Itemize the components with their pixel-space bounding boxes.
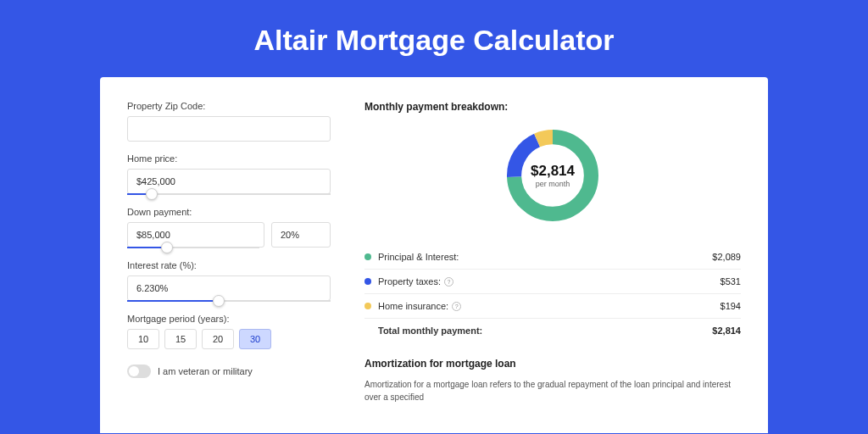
legend-name: Home insurance:? [378,301,721,311]
period-field-group: Mortgage period (years): 10152030 [127,314,331,349]
down-payment-slider-thumb[interactable] [161,242,173,253]
donut-sublabel: per month [531,180,575,188]
veteran-label: I am veteran or military [158,366,253,376]
legend-dot [364,253,371,260]
legend-dot [364,303,371,309]
legend-value: $2,089 [712,252,741,262]
down-payment-input[interactable] [127,222,264,248]
interest-input[interactable] [127,275,331,301]
calculator-card: Property Zip Code: Home price: Down paym… [100,77,768,433]
period-option-30[interactable]: 30 [239,329,271,349]
period-label: Mortgage period (years): [127,314,331,324]
home-price-slider-thumb[interactable] [146,188,158,200]
down-payment-slider[interactable] [127,247,259,248]
home-price-slider[interactable] [127,193,331,195]
interest-slider-thumb[interactable] [213,295,225,307]
legend-value: $194 [721,301,741,311]
donut-chart: $2,814 per month [502,125,604,226]
home-price-label: Home price: [127,153,331,164]
info-icon[interactable]: ? [452,302,461,311]
veteran-toggle[interactable] [127,364,151,378]
amortization-text: Amortization for a mortgage loan refers … [364,378,741,403]
down-payment-label: Down payment: [127,207,331,217]
veteran-row: I am veteran or military [127,364,331,378]
toggle-knob [129,366,139,376]
interest-field-group: Interest rate (%): [127,260,331,302]
legend-value: $531 [721,276,741,287]
down-payment-field-group: Down payment: [127,207,331,248]
legend-name: Principal & Interest: [378,252,712,262]
legend-row: Home insurance:?$194 [364,294,741,319]
period-option-20[interactable]: 20 [202,329,234,349]
legend-total-row: Total monthly payment: $2,814 [364,319,741,342]
breakdown-title: Monthly payment breakdown: [364,101,741,113]
amortization-title: Amortization for mortgage loan [364,358,741,370]
info-icon[interactable]: ? [444,277,453,287]
amortization-section: Amortization for mortgage loan Amortizat… [364,358,741,403]
home-price-field-group: Home price: [127,153,331,195]
home-price-input[interactable] [127,169,331,194]
page-title: Altair Mortgage Calculator [0,0,868,77]
period-options: 10152030 [127,329,331,349]
zip-label: Property Zip Code: [127,101,331,111]
total-label: Total monthly payment: [378,326,712,336]
donut-amount: $2,814 [531,163,575,180]
legend-row: Property taxes:?$531 [364,270,741,294]
zip-field-group: Property Zip Code: [127,101,331,142]
breakdown-panel: Monthly payment breakdown: $2,814 per mo… [364,101,741,409]
input-panel: Property Zip Code: Home price: Down paym… [127,101,331,409]
legend: Principal & Interest:$2,089Property taxe… [364,245,741,319]
legend-dot [364,278,371,285]
total-value: $2,814 [712,326,741,336]
donut-center: $2,814 per month [531,163,575,188]
donut-chart-wrap: $2,814 per month [364,125,741,226]
interest-slider[interactable] [127,300,331,302]
interest-label: Interest rate (%): [127,260,331,270]
zip-input[interactable] [127,116,331,142]
legend-name: Property taxes:? [378,276,721,287]
period-option-10[interactable]: 10 [127,329,159,349]
period-option-15[interactable]: 15 [164,329,197,349]
down-payment-pct-input[interactable] [271,222,331,248]
legend-row: Principal & Interest:$2,089 [364,245,741,270]
